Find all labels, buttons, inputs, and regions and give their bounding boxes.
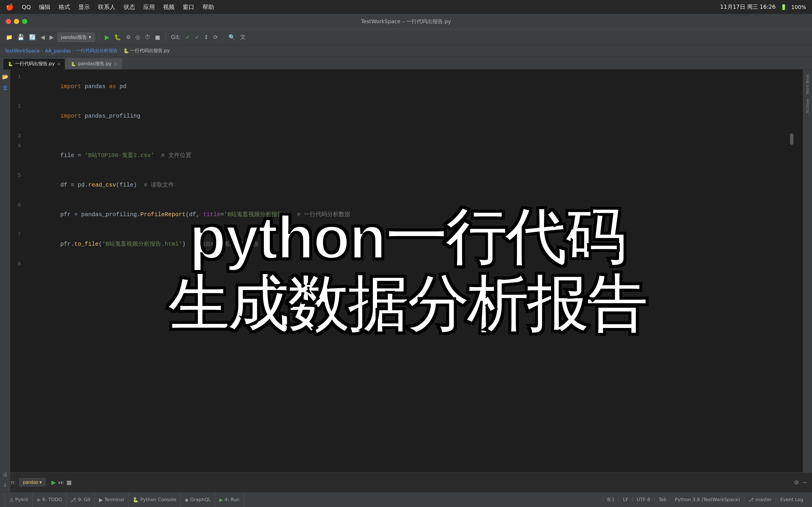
main-area: 📂 ☰ 1 import pandas as pd 2 import panda… xyxy=(0,69,812,472)
profile-icon[interactable]: ⏱ xyxy=(144,33,152,42)
run-play-button[interactable]: ▶ xyxy=(51,479,56,486)
bt-down-icon[interactable]: ↓ xyxy=(1,480,9,490)
git-merge-icon[interactable]: ✓ xyxy=(193,33,200,42)
python-console-icon: 🐍 xyxy=(133,497,139,503)
sb-git-label: 9: Git xyxy=(78,497,91,502)
line-number-1: 1 xyxy=(10,72,26,82)
tab-label-1: 一行代码出报告.py xyxy=(15,61,55,67)
sb-todo[interactable]: ≡ 6: TODO xyxy=(33,492,66,507)
line-number-5: 5 xyxy=(10,170,26,180)
sb-pylint-label: Pylint xyxy=(15,497,28,502)
git-icon: ⎇ xyxy=(70,497,76,503)
sc-view-label[interactable]: SCView xyxy=(805,97,810,115)
sb-event-log[interactable]: Event Log xyxy=(776,497,808,502)
git-history-icon[interactable]: ⟳ xyxy=(212,33,219,42)
sb-encoding[interactable]: UTF-8 xyxy=(632,497,655,502)
breadcrumb-sep-1: › xyxy=(42,48,43,54)
left-sidebar: 📂 ☰ xyxy=(0,69,10,472)
git-label: Git: xyxy=(170,33,182,42)
close-button[interactable] xyxy=(6,19,11,24)
project-icon[interactable]: 📁 xyxy=(5,33,14,42)
structure-sidebar-icon[interactable]: ☰ xyxy=(1,83,8,93)
breadcrumb-workspace[interactable]: TestWorkSpace xyxy=(5,48,40,54)
menu-format[interactable]: 格式 xyxy=(59,3,70,11)
sb-position-label: 8:1 xyxy=(607,497,615,502)
run-config-icon[interactable]: ⚙ xyxy=(125,33,132,42)
run-step-button[interactable]: ⏭ xyxy=(58,479,64,486)
sb-terminal[interactable]: ▶ Terminal xyxy=(95,492,129,507)
menu-view[interactable]: 显示 xyxy=(78,3,90,11)
minimize-button[interactable] xyxy=(14,19,19,24)
menu-video[interactable]: 视频 xyxy=(163,3,174,11)
battery-percent: 100% xyxy=(792,4,806,10)
menu-app[interactable]: 应用 xyxy=(143,3,155,11)
word-book-label[interactable]: Word Book xyxy=(805,72,810,97)
sb-git[interactable]: ⎇ 9: Git xyxy=(66,492,95,507)
save-icon[interactable]: 💾 xyxy=(16,33,26,42)
menu-bar: 🍎 QQ 编辑 格式 显示 联系人 状态 应用 视频 窗口 帮助 11月17日 … xyxy=(0,0,812,14)
breadcrumb-folder1[interactable]: AA_pandas xyxy=(45,48,71,54)
window-controls xyxy=(6,19,27,24)
git-fetch-icon[interactable]: ↕ xyxy=(203,33,210,42)
sb-pylint[interactable]: ⚠ Pylint xyxy=(5,492,33,507)
apple-menu[interactable]: 🍎 xyxy=(6,3,14,11)
forward-icon[interactable]: ▶ xyxy=(48,33,55,42)
sb-indent[interactable]: Tab xyxy=(654,497,670,502)
run-control-buttons: ▶ ⏭ ■ xyxy=(51,479,71,486)
line-number-3: 3 xyxy=(10,131,26,141)
stop-icon[interactable]: ■ xyxy=(154,33,161,42)
translate-icon[interactable]: 文 xyxy=(239,32,247,42)
breadcrumb-folder2[interactable]: 一行代码出分析报告 xyxy=(76,48,118,54)
project-sidebar-icon[interactable]: 📂 xyxy=(1,72,10,81)
tab-close-1[interactable]: ✕ xyxy=(57,62,61,66)
code-line-4: 4 file = 'B站TOP100-鬼畜2.csv' # 文件位置 xyxy=(10,141,803,170)
menu-qq[interactable]: QQ xyxy=(22,3,31,10)
project-dropdown[interactable]: pandas报告 ▾ xyxy=(57,33,95,42)
sb-run[interactable]: ▶ 4: Run xyxy=(215,492,244,507)
menu-status[interactable]: 状态 xyxy=(123,3,135,11)
dropdown-arrow-icon: ▾ xyxy=(89,34,91,40)
editor-area[interactable]: 1 import pandas as pd 2 import pandas_pr… xyxy=(10,69,803,472)
sb-line-ending[interactable]: LF xyxy=(619,497,632,502)
breadcrumb-sep-3: › xyxy=(119,48,121,54)
code-line-1: 1 import pandas as pd xyxy=(10,72,803,101)
git-check-icon[interactable]: ✓ xyxy=(184,33,191,42)
tab-close-2[interactable]: ✕ xyxy=(114,62,117,66)
debug-icon[interactable]: 🐛 xyxy=(113,33,122,42)
scrollbar[interactable] xyxy=(790,133,794,145)
tab-pandas-file[interactable]: 🐍 pandas报告.py ✕ xyxy=(66,58,122,69)
menu-help[interactable]: 帮助 xyxy=(202,3,214,11)
code-line-8: 8 xyxy=(10,259,803,269)
coverage-icon[interactable]: ◎ xyxy=(134,33,142,42)
line-content-5: df = pd.read_csv(file) # 读取文件 xyxy=(26,170,803,200)
menu-edit[interactable]: 编辑 xyxy=(39,3,50,11)
run-minimize-button[interactable]: − xyxy=(802,479,807,486)
run-stop-button[interactable]: ■ xyxy=(66,479,72,486)
menu-window[interactable]: 窗口 xyxy=(183,3,194,11)
sb-indent-label: Tab xyxy=(659,497,666,502)
run-config-dropdown[interactable]: pandas ▾ xyxy=(19,478,46,487)
search-icon[interactable]: 🔍 xyxy=(227,33,237,42)
menu-contacts[interactable]: 联系人 xyxy=(98,3,115,11)
run-icon[interactable]: ▶ xyxy=(104,33,111,42)
line-content-1: import pandas as pd xyxy=(26,72,803,101)
code-editor[interactable]: 1 import pandas as pd 2 import pandas_pr… xyxy=(10,69,803,472)
menubar-right: 11月17日 周三 16:26 🔋 100% xyxy=(720,3,806,11)
run-gear-button[interactable]: ⚙ xyxy=(794,479,799,486)
project-label: pandas报告 xyxy=(61,34,87,41)
battery-icon: 🔋 xyxy=(780,4,787,10)
line-content-6: pfr = pandas_profiling.ProfileReport(df,… xyxy=(26,200,803,229)
code-line-2: 2 import pandas_profiling xyxy=(10,101,803,131)
sb-python-console[interactable]: 🐍 Python Console xyxy=(129,492,181,507)
tab-main-file[interactable]: 🐍 一行代码出报告.py ✕ xyxy=(3,58,65,69)
back-icon[interactable]: ◀ xyxy=(40,33,46,42)
run-dropdown-arrow-icon: ▾ xyxy=(40,480,42,485)
sb-encoding-label: UTF-8 xyxy=(637,497,651,502)
sync-icon[interactable]: 🔄 xyxy=(28,33,37,42)
run-panel: Run: pandas ▾ ▶ ⏭ ■ ⚙ − xyxy=(0,472,812,492)
fullscreen-button[interactable] xyxy=(22,19,27,24)
sb-graphql[interactable]: ◈ GraphQL xyxy=(181,492,215,507)
sb-python-version-label: Python 3.8 (TestWorkSpace) xyxy=(675,497,740,502)
sb-branch[interactable]: ⎇ master xyxy=(744,497,776,502)
sb-python-version[interactable]: Python 3.8 (TestWorkSpace) xyxy=(670,497,744,502)
